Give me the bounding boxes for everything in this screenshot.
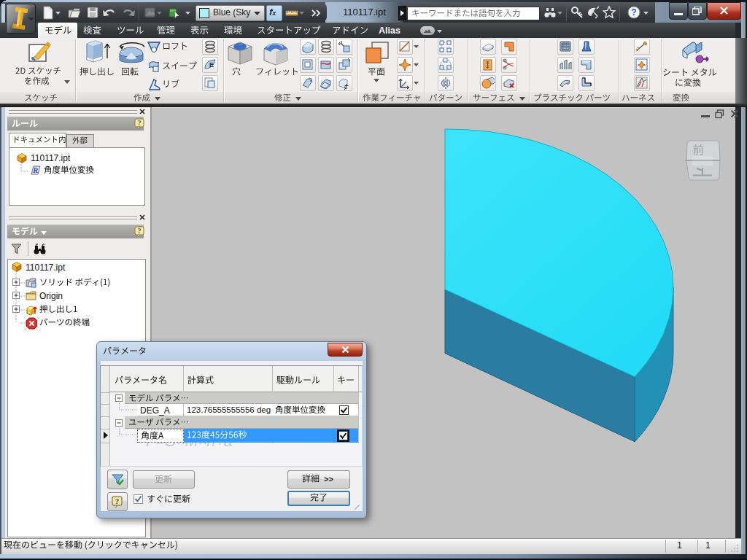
svg-text:?: ? xyxy=(631,7,636,18)
svg-text:E: E xyxy=(209,61,214,69)
svg-text:?: ? xyxy=(138,119,142,127)
svg-text:?: ? xyxy=(115,497,120,505)
svg-text:R: R xyxy=(32,166,38,174)
svg-text:?: ? xyxy=(138,227,142,235)
